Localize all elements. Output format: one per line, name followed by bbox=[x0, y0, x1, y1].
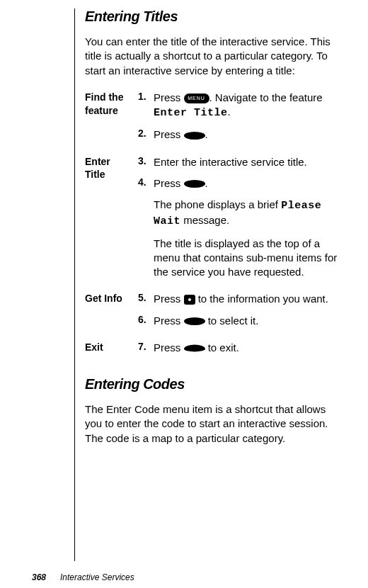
end-key-icon bbox=[184, 345, 205, 352]
menu-key-icon: MENU bbox=[184, 94, 209, 103]
step-label: Exit bbox=[85, 341, 138, 362]
step-number: 7. bbox=[138, 341, 154, 355]
block-enter-title: Enter Title 3. Enter the interactive ser… bbox=[85, 155, 340, 287]
confirm-key-icon bbox=[184, 132, 205, 140]
block-exit: Exit 7. Press to exit. bbox=[85, 341, 340, 362]
intro-text: The Enter Code menu item is a shortcut t… bbox=[85, 402, 340, 446]
step-number: 1. bbox=[138, 91, 154, 121]
step-number: 4. bbox=[138, 176, 154, 280]
step-text: Press to the information you want. bbox=[154, 292, 340, 306]
step-label: Find the feature bbox=[85, 91, 138, 149]
footer-title: Interactive Services bbox=[60, 572, 134, 582]
step-number: 2. bbox=[138, 128, 154, 142]
step-label: Enter Title bbox=[85, 155, 138, 287]
step-label: Get Info bbox=[85, 292, 138, 335]
step-number: 5. bbox=[138, 292, 154, 306]
content-divider bbox=[74, 9, 75, 561]
page-number: 368 bbox=[32, 572, 46, 582]
step-text: Enter the interactive service title. bbox=[154, 155, 340, 169]
section-heading-entering-titles: Entering Titles bbox=[85, 9, 340, 25]
nav-key-icon bbox=[184, 295, 195, 305]
step-text: Press to exit. bbox=[154, 341, 340, 355]
step-number: 3. bbox=[138, 155, 154, 169]
block-get-info: Get Info 5. Press to the information you… bbox=[85, 292, 340, 335]
step-text: Press . bbox=[154, 128, 340, 142]
confirm-key-icon bbox=[184, 180, 205, 188]
confirm-key-icon bbox=[184, 317, 205, 325]
step-number: 6. bbox=[138, 314, 154, 328]
section-heading-entering-codes: Entering Codes bbox=[85, 376, 340, 392]
step-text: Press to select it. bbox=[154, 314, 340, 328]
intro-text: You can enter the title of the interacti… bbox=[85, 35, 340, 78]
block-find-feature: Find the feature 1. Press MENU. Navigate… bbox=[85, 91, 340, 149]
page-footer: 368 Interactive Services bbox=[32, 572, 134, 582]
step-text: Press MENU. Navigate to the feature Ente… bbox=[154, 91, 340, 121]
step-text: Press . The phone displays a brief Pleas… bbox=[154, 176, 340, 280]
